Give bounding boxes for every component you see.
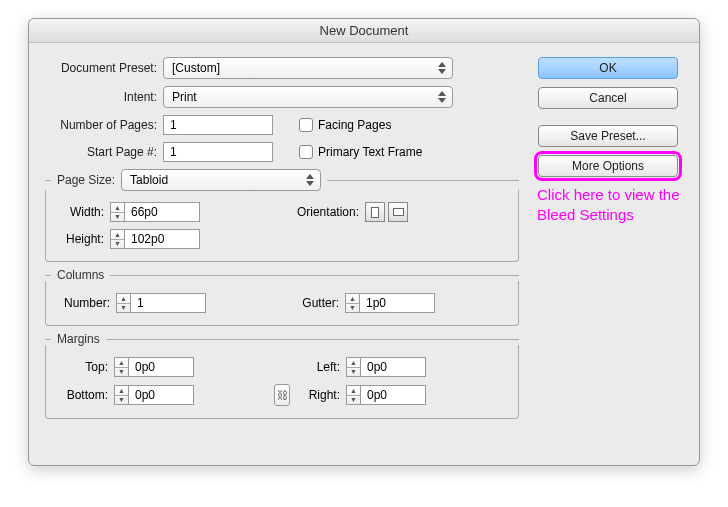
margin-left-input[interactable]: 0p0 xyxy=(360,357,426,377)
margin-right-input[interactable]: 0p0 xyxy=(360,385,426,405)
margin-bottom-stepper[interactable]: ▲▼ xyxy=(114,385,128,405)
margin-right-stepper[interactable]: ▲▼ xyxy=(346,385,360,405)
gutter-input[interactable]: 1p0 xyxy=(359,293,435,313)
height-label: Height: xyxy=(56,232,110,246)
start-page-input[interactable]: 1 xyxy=(163,142,273,162)
pagesize-select[interactable]: Tabloid xyxy=(121,169,321,191)
primary-text-label: Primary Text Frame xyxy=(318,145,422,159)
height-input[interactable]: 102p0 xyxy=(124,229,200,249)
columns-number-stepper[interactable]: ▲▼ xyxy=(116,293,130,313)
height-stepper[interactable]: ▲▼ xyxy=(110,229,124,249)
orientation-landscape-button[interactable] xyxy=(388,202,408,222)
preset-select[interactable]: [Custom] xyxy=(163,57,453,79)
annotation-text: Click here to view the Bleed Settings xyxy=(533,185,683,224)
intent-select[interactable]: Print xyxy=(163,86,453,108)
orientation-portrait-button[interactable] xyxy=(365,202,385,222)
save-preset-button[interactable]: Save Preset... xyxy=(538,125,678,147)
orientation-label: Orientation: xyxy=(285,205,365,219)
width-label: Width: xyxy=(56,205,110,219)
pages-label: Number of Pages: xyxy=(45,118,163,132)
columns-number-input[interactable]: 1 xyxy=(130,293,206,313)
margin-right-label: Right: xyxy=(298,388,346,402)
width-stepper[interactable]: ▲▼ xyxy=(110,202,124,222)
columns-title: Columns xyxy=(57,268,104,282)
margin-bottom-input[interactable]: 0p0 xyxy=(128,385,194,405)
facing-pages-checkbox[interactable] xyxy=(299,118,313,132)
cancel-button[interactable]: Cancel xyxy=(538,87,678,109)
new-document-dialog: New Document Document Preset: [Custom] I… xyxy=(28,18,700,466)
pagesize-title: Page Size: xyxy=(57,173,115,187)
margin-left-stepper[interactable]: ▲▼ xyxy=(346,357,360,377)
intent-label: Intent: xyxy=(45,90,163,104)
margin-top-stepper[interactable]: ▲▼ xyxy=(114,357,128,377)
margin-top-label: Top: xyxy=(56,360,114,374)
width-input[interactable]: 66p0 xyxy=(124,202,200,222)
primary-text-checkbox[interactable] xyxy=(299,145,313,159)
facing-pages-label: Facing Pages xyxy=(318,118,391,132)
more-options-button[interactable]: More Options xyxy=(538,155,678,177)
pages-input[interactable]: 1 xyxy=(163,115,273,135)
gutter-stepper[interactable]: ▲▼ xyxy=(345,293,359,313)
gutter-label: Gutter: xyxy=(285,296,345,310)
link-margins-icon[interactable]: ⛓ xyxy=(274,384,290,406)
ok-button[interactable]: OK xyxy=(538,57,678,79)
columns-number-label: Number: xyxy=(56,296,116,310)
preset-label: Document Preset: xyxy=(45,61,163,75)
margin-bottom-label: Bottom: xyxy=(56,388,114,402)
start-page-label: Start Page #: xyxy=(45,145,163,159)
margin-top-input[interactable]: 0p0 xyxy=(128,357,194,377)
dialog-title: New Document xyxy=(29,19,699,43)
margin-left-label: Left: xyxy=(298,360,346,374)
margins-title: Margins xyxy=(57,332,100,346)
